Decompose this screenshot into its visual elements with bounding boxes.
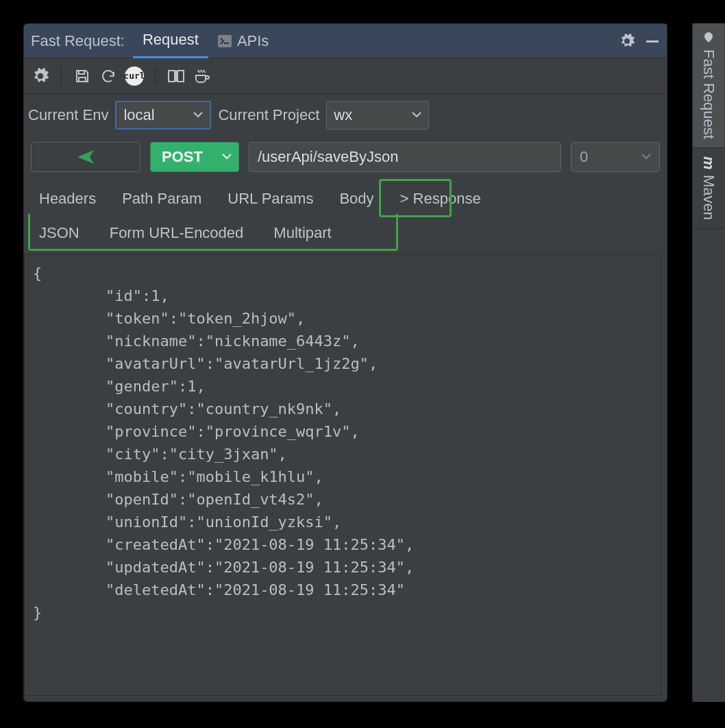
svg-rect-0 bbox=[218, 35, 232, 47]
timeout-select[interactable]: 0 bbox=[571, 142, 660, 172]
url-input[interactable]: /userApi/saveByJson bbox=[249, 142, 561, 172]
svg-rect-3 bbox=[79, 71, 84, 74]
maven-icon: m bbox=[700, 156, 717, 170]
chevron-down-icon bbox=[641, 154, 651, 160]
tab-apis[interactable]: APIs bbox=[208, 24, 278, 58]
side-fast-request-label: Fast Request bbox=[700, 49, 717, 139]
curl-icon[interactable]: curl bbox=[125, 66, 144, 86]
env-select[interactable]: local bbox=[115, 101, 211, 130]
terminal-icon bbox=[218, 35, 232, 47]
env-value: local bbox=[123, 106, 154, 124]
project-value: wx bbox=[334, 106, 352, 124]
svg-rect-4 bbox=[79, 77, 86, 82]
tab-request[interactable]: Request bbox=[133, 24, 208, 58]
url-value: /userApi/saveByJson bbox=[258, 148, 398, 166]
send-button[interactable] bbox=[31, 142, 140, 172]
body-subtabs: JSON Form URL-Encoded Multipart bbox=[24, 216, 667, 254]
panel-title: Fast Request: bbox=[31, 32, 125, 50]
tab-apis-label: APIs bbox=[237, 32, 269, 50]
send-icon bbox=[76, 149, 95, 165]
save-icon[interactable] bbox=[73, 66, 92, 86]
method-select[interactable]: POST bbox=[150, 142, 239, 172]
request-tabs: Headers Path Param URL Params Body > Res… bbox=[24, 178, 667, 216]
env-row: Current Env local Current Project wx bbox=[24, 94, 667, 134]
minimize-icon[interactable] bbox=[645, 34, 660, 49]
settings-icon[interactable] bbox=[31, 66, 50, 86]
timeout-value: 0 bbox=[580, 148, 588, 166]
tab-headers[interactable]: Headers bbox=[38, 186, 97, 212]
subtab-json[interactable]: JSON bbox=[38, 219, 81, 247]
side-fast-request[interactable]: Fast Request bbox=[693, 23, 724, 148]
subtab-multipart[interactable]: Multipart bbox=[272, 219, 332, 247]
toolbar: curl bbox=[24, 58, 667, 94]
right-sidebar: Fast Request m Maven bbox=[692, 23, 725, 702]
top-tab-bar: Fast Request: Request APIs bbox=[24, 24, 667, 58]
chevron-down-icon bbox=[193, 112, 203, 119]
current-env-label: Current Env bbox=[28, 106, 108, 124]
request-row: POST /userApi/saveByJson 0 bbox=[24, 134, 667, 178]
tab-body[interactable]: Body bbox=[338, 186, 375, 212]
project-select[interactable]: wx bbox=[326, 101, 429, 130]
tab-path-param[interactable]: Path Param bbox=[121, 186, 203, 212]
book-icon[interactable] bbox=[167, 66, 186, 86]
side-maven-label: Maven bbox=[700, 175, 717, 220]
svg-rect-1 bbox=[224, 43, 229, 44]
chevron-down-icon bbox=[412, 112, 421, 119]
tab-request-label: Request bbox=[143, 31, 199, 49]
json-editor[interactable]: { "id":1, "token":"token_2hjow", "nickna… bbox=[24, 254, 661, 696]
method-value: POST bbox=[162, 148, 203, 166]
tab-url-params[interactable]: URL Params bbox=[226, 186, 315, 212]
main-panel: Fast Request: Request APIs curl bbox=[23, 23, 667, 702]
side-maven[interactable]: m Maven bbox=[693, 148, 724, 230]
subtab-form[interactable]: Form URL-Encoded bbox=[108, 219, 245, 247]
coffee-icon[interactable] bbox=[193, 66, 212, 86]
rocket-icon bbox=[702, 32, 715, 44]
current-project-label: Current Project bbox=[218, 106, 319, 124]
refresh-icon[interactable] bbox=[99, 66, 118, 86]
gear-icon[interactable] bbox=[619, 33, 635, 49]
chevron-down-icon bbox=[222, 154, 232, 160]
svg-rect-2 bbox=[646, 40, 659, 43]
tab-response[interactable]: > Response bbox=[399, 186, 482, 212]
